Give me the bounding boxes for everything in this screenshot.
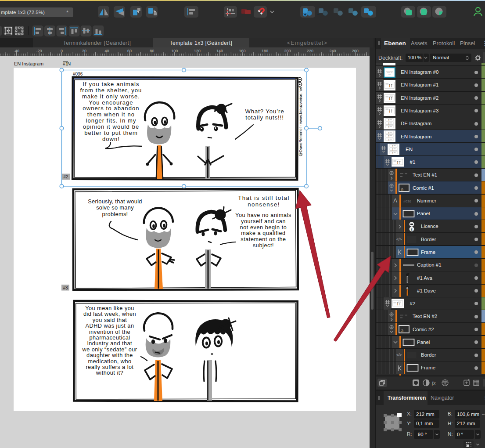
svg-text:-40: -40 xyxy=(14,49,19,53)
svg-text:60: 60 xyxy=(127,49,132,53)
svg-text:120: 120 xyxy=(194,49,201,53)
svg-text:#036: #036 xyxy=(403,199,411,203)
svg-text:Template 1x3 [Geändert]: Template 1x3 [Geändert] xyxy=(170,40,233,46)
svg-text:40: 40 xyxy=(104,49,109,53)
svg-text:You mean like youdid last week: You mean like youdid last week, whenyou … xyxy=(82,305,137,376)
svg-text:What? You’retotally nuts!!!: What? You’retotally nuts!!! xyxy=(245,108,284,121)
svg-text:mplate 1x3 (72.5%): mplate 1x3 (72.5%) xyxy=(1,10,45,15)
svg-text:#2: #2 xyxy=(63,174,68,179)
svg-text:160: 160 xyxy=(239,49,246,53)
svg-text:@DaveRemmel - www.kreuzweise.n: @DaveRemmel - www.kreuzweise.net xyxy=(298,87,303,156)
svg-text:8: 8 xyxy=(411,227,413,231)
svg-text:0: 0 xyxy=(61,49,63,53)
svg-text:Terminkalender [Geändert]: Terminkalender [Geändert] xyxy=(63,40,131,46)
svg-text:*: * xyxy=(66,9,68,16)
svg-text:240: 240 xyxy=(329,49,336,53)
svg-text:#3: #3 xyxy=(63,285,68,290)
svg-text:260: 260 xyxy=(352,49,359,53)
svg-text:-20: -20 xyxy=(36,49,42,53)
svg-text:fx: fx xyxy=(432,380,436,386)
svg-text:If you take animalsfrom the sh: If you take animalsfrom the shelter, you… xyxy=(80,81,142,142)
svg-text:20: 20 xyxy=(82,49,86,53)
svg-text:100: 100 xyxy=(171,49,178,53)
svg-text:140: 140 xyxy=(216,49,223,53)
svg-text:200: 200 xyxy=(284,49,291,53)
svg-text:180: 180 xyxy=(262,49,268,53)
svg-text:220: 220 xyxy=(307,49,313,53)
svg-text:#036: #036 xyxy=(73,72,83,76)
svg-text:80: 80 xyxy=(150,49,154,53)
svg-text:<Eingebettet>: <Eingebettet> xyxy=(287,40,327,46)
